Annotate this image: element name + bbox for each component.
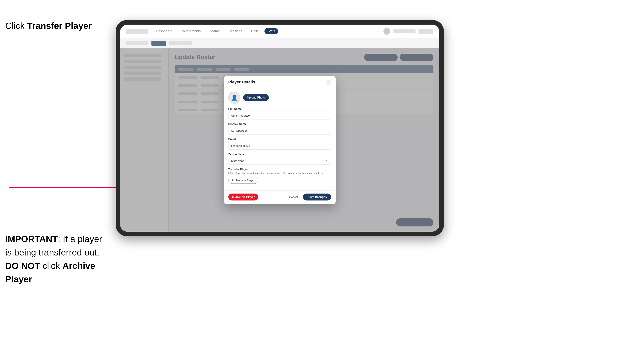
instruction-top: Click Transfer Player — [5, 20, 92, 32]
transfer-player-section: Transfer Player If this player has moved… — [228, 168, 331, 184]
sub-header — [120, 38, 440, 48]
email-group: Email — [228, 138, 331, 150]
transfer-btn-label: Transfer Player — [236, 179, 255, 182]
archive-player-button[interactable]: ■ Archive Player — [228, 194, 258, 200]
save-changes-button[interactable]: Save Changes — [303, 194, 331, 200]
transfer-section-description: If this player has moved to another scho… — [228, 172, 331, 175]
main-content: Update Roster — [120, 48, 440, 232]
transfer-section-label: Transfer Player — [228, 168, 331, 171]
modal-footer: ■ Archive Player Cancel Save Changes — [224, 190, 336, 204]
display-name-label: Display Name — [228, 122, 331, 126]
archive-btn-label: Archive Player — [235, 195, 254, 199]
header-avatar — [384, 28, 390, 35]
email-input[interactable] — [228, 142, 331, 150]
display-name-group: Display Name — [228, 122, 331, 135]
cancel-button[interactable]: Cancel — [286, 194, 301, 200]
instruction-important: IMPORTANT — [5, 234, 58, 244]
person-icon: 👤 — [231, 95, 238, 101]
tablet-screen: Dashboard Tournaments Teams Sessions Dri… — [120, 24, 440, 232]
player-details-modal: Player Details × 👤 Upload Photo Full Nam — [224, 76, 336, 204]
modal-header: Player Details × — [224, 76, 336, 88]
instruction-top-prefix: Click — [5, 21, 27, 31]
email-label: Email — [228, 138, 331, 141]
archive-icon: ■ — [232, 195, 234, 199]
modal-body: 👤 Upload Photo Full Name Display Name — [224, 88, 336, 190]
nav-stats[interactable]: Stats — [264, 28, 278, 34]
app-header: Dashboard Tournaments Teams Sessions Dri… — [120, 24, 440, 38]
nav-drills[interactable]: Drills — [248, 28, 262, 34]
app-logo — [126, 29, 148, 34]
nav-sessions[interactable]: Sessions — [226, 28, 245, 34]
instruction-do-not: DO NOT — [5, 261, 40, 271]
arrow-line-vertical — [9, 27, 9, 188]
transfer-player-button[interactable]: ↻ Transfer Player — [228, 177, 258, 184]
full-name-input[interactable] — [228, 112, 331, 119]
modal-close-button[interactable]: × — [326, 80, 331, 85]
nav-dashboard[interactable]: Dashboard — [153, 28, 175, 34]
photo-upload-row: 👤 Upload Photo — [228, 92, 331, 104]
header-username — [393, 29, 416, 33]
full-name-group: Full Name — [228, 107, 331, 119]
transfer-icon: ↻ — [232, 178, 234, 182]
instruction-bottom: IMPORTANT: If a player is being transfer… — [5, 232, 110, 286]
header-right — [384, 28, 434, 35]
sub-nav-1[interactable] — [126, 41, 148, 45]
school-year-label: School Year — [228, 153, 331, 156]
upload-photo-button[interactable]: Upload Photo — [243, 94, 269, 101]
modal-title: Player Details — [228, 80, 255, 85]
avatar-circle: 👤 — [228, 92, 240, 104]
app-nav: Dashboard Tournaments Teams Sessions Dri… — [153, 28, 379, 34]
header-action-btn[interactable] — [418, 29, 434, 34]
nav-teams[interactable]: Teams — [207, 28, 222, 34]
full-name-label: Full Name — [228, 107, 331, 110]
nav-tournaments[interactable]: Tournaments — [178, 28, 204, 34]
school-year-select[interactable]: First Year Second Year Third Year Fourth… — [228, 157, 331, 165]
instruction-top-bold: Transfer Player — [27, 21, 92, 31]
sub-nav-active[interactable] — [152, 41, 166, 46]
school-year-group: School Year First Year Second Year Third… — [228, 153, 331, 165]
tablet-device: Dashboard Tournaments Teams Sessions Dri… — [116, 20, 444, 236]
sub-nav-2[interactable] — [169, 41, 192, 45]
display-name-input[interactable] — [228, 127, 331, 135]
